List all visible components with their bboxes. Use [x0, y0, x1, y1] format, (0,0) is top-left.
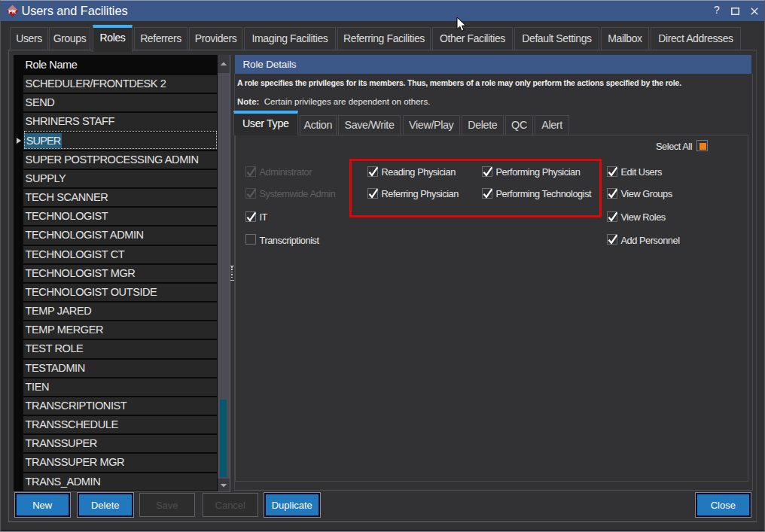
svg-text:PR: PR — [8, 9, 16, 14]
